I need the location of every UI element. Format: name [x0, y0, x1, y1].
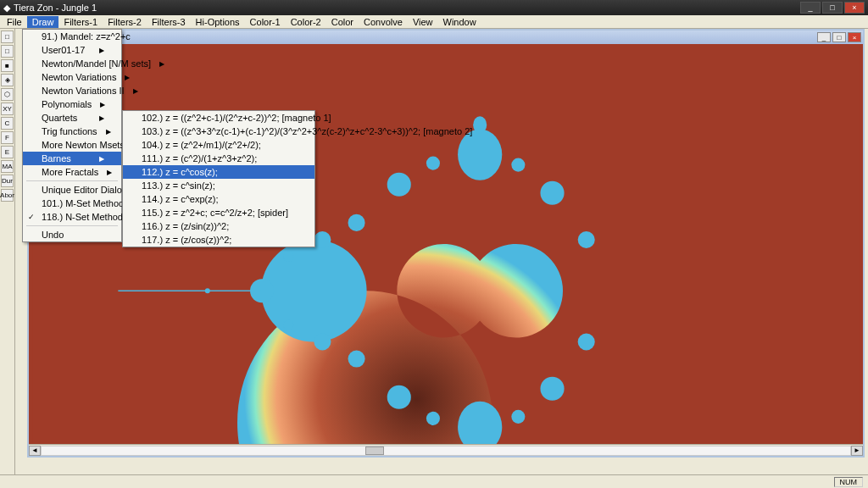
menu-item[interactable]: 111.) z = (c^2)/(1+z^3+z^2);: [123, 152, 314, 165]
menu-view[interactable]: View: [408, 16, 438, 28]
menu-draw[interactable]: Draw: [27, 16, 59, 28]
scroll-right-button[interactable]: ►: [851, 446, 863, 456]
minimize-button[interactable]: _: [800, 2, 821, 14]
svg-point-19: [511, 158, 525, 172]
svg-point-10: [387, 385, 411, 409]
svg-point-13: [348, 214, 365, 231]
svg-point-4: [205, 288, 210, 293]
menu-item[interactable]: 114.) z = c^exp(z);: [123, 192, 314, 206]
svg-point-11: [540, 181, 564, 205]
menu-item[interactable]: Newton Variations▶: [23, 70, 121, 84]
menu-item[interactable]: Trig functions▶: [23, 125, 121, 138]
tool-button[interactable]: □: [1, 30, 14, 43]
statusbar: NUM: [0, 474, 868, 488]
menu-item[interactable]: Barnes▶: [23, 152, 121, 165]
svg-point-22: [314, 333, 331, 350]
menu-filters-1[interactable]: Filters-1: [58, 16, 103, 28]
mdi-area: _ □ ×: [15, 29, 868, 474]
svg-point-21: [314, 231, 331, 248]
close-button[interactable]: ×: [844, 2, 865, 14]
tool-button[interactable]: C: [1, 117, 14, 130]
tool-button[interactable]: ■: [1, 59, 14, 72]
titlebar: ◆ Tiera Zon - Jungle 1 _ □ ×: [0, 0, 868, 15]
menu-item[interactable]: 104.) z = (z^2+/m1)/(z^2+/2);: [123, 138, 314, 152]
scroll-left-button[interactable]: ◄: [29, 446, 41, 456]
menu-window[interactable]: Window: [438, 16, 481, 28]
svg-point-17: [426, 157, 440, 170]
svg-point-15: [578, 231, 595, 248]
menu-item[interactable]: 112.) z = c^cos(z);: [123, 165, 314, 179]
svg-point-5: [458, 129, 502, 180]
menu-item[interactable]: 117.) z = (z/cos(z))^2;: [123, 233, 314, 247]
tool-button[interactable]: Dur: [1, 175, 14, 187]
tool-button[interactable]: ⬡: [1, 88, 14, 101]
menu-filters-2[interactable]: Filters-2: [103, 16, 147, 28]
svg-point-24: [283, 319, 293, 330]
svg-point-12: [540, 377, 564, 401]
menu-item[interactable]: User01-17▶: [23, 43, 121, 57]
menu-item[interactable]: Newton Variations II▶: [23, 84, 121, 97]
menu-file[interactable]: File: [2, 16, 27, 28]
tool-button[interactable]: F: [1, 131, 14, 144]
tool-button[interactable]: MA: [1, 160, 14, 173]
svg-point-14: [348, 351, 365, 368]
menu-item[interactable]: Undo: [23, 228, 121, 241]
menu-color-2[interactable]: Color-2: [286, 16, 326, 28]
scroll-thumb[interactable]: [365, 446, 384, 455]
mdi-maximize-button[interactable]: □: [832, 32, 846, 42]
status-num: NUM: [834, 477, 864, 487]
draw-menu-dropdown: 91.) Mandel: z=z^2+cUser01-17▶Newton/Man…: [22, 29, 122, 242]
menu-convolve[interactable]: Convolve: [359, 16, 408, 28]
menu-color-1[interactable]: Color-1: [245, 16, 286, 28]
tool-button[interactable]: E: [1, 146, 14, 158]
barnes-submenu-dropdown: 102.) z = ((z^2+c-1)/(2^z+c-2))^2; [magn…: [122, 110, 315, 247]
app-icon: ◆: [3, 3, 10, 14]
menu-item[interactable]: More Newton Msets▶: [23, 138, 121, 152]
menu-item[interactable]: 116.) z = (z/sin(z))^2;: [123, 219, 314, 233]
svg-point-18: [426, 412, 440, 425]
svg-point-20: [511, 410, 525, 424]
tool-button[interactable]: □: [1, 45, 14, 58]
maximize-button[interactable]: □: [822, 2, 843, 14]
svg-point-9: [387, 173, 411, 197]
scroll-track[interactable]: [41, 446, 851, 456]
menu-item[interactable]: Polynomials▶: [23, 97, 121, 111]
svg-point-16: [578, 333, 595, 350]
menu-item[interactable]: 103.) z = ((z^3+3^z(c-1)+(c-1)^2)/(3^z^2…: [123, 125, 314, 138]
mdi-minimize-button[interactable]: _: [817, 32, 831, 42]
window-controls: _ □ ×: [800, 2, 865, 14]
mdi-close-button[interactable]: ×: [848, 32, 861, 42]
menu-item[interactable]: More Fractals▶: [23, 165, 121, 179]
mdi-titlebar: _ □ ×: [29, 30, 863, 44]
menu-item[interactable]: 115.) z = z^2+c; c=c^2/z+2; [spider]: [123, 206, 314, 219]
svg-point-1: [261, 240, 367, 342]
menu-item[interactable]: Quartets▶: [23, 111, 121, 125]
tool-button[interactable]: ◈: [1, 74, 14, 86]
menu-item[interactable]: 101.) M-Set Method: [23, 197, 121, 210]
svg-point-7: [473, 116, 487, 133]
menu-item[interactable]: 102.) z = ((z^2+c-1)/(2^z+c-2))^2; [magn…: [123, 111, 314, 125]
horizontal-scrollbar[interactable]: ◄ ►: [29, 444, 863, 456]
menu-item[interactable]: Unique Editor Dialog: [23, 183, 121, 197]
menu-item[interactable]: ✓118.) N-Set Method: [23, 210, 121, 224]
menu-item[interactable]: 91.) Mandel: z=z^2+c: [23, 30, 121, 43]
tool-button[interactable]: XY: [1, 103, 14, 115]
svg-point-23: [283, 252, 293, 262]
menubar: FileDrawFilters-1Filters-2Filters-3Hi-Op…: [0, 15, 868, 29]
menu-filters-3[interactable]: Filters-3: [147, 16, 191, 28]
menu-item[interactable]: Newton/Mandel [N/M sets]▶: [23, 57, 121, 70]
menu-item[interactable]: 113.) z = c^sin(z);: [123, 179, 314, 192]
content-area: □□■◈⬡XYCFEMADurAbor _ □ ×: [0, 29, 868, 474]
vertical-toolbar: □□■◈⬡XYCFEMADurAbor: [0, 29, 15, 474]
menu-hi-options[interactable]: Hi-Options: [191, 16, 245, 28]
window-title: Tiera Zon - Jungle 1: [14, 3, 97, 13]
tool-button[interactable]: Abor: [1, 189, 14, 202]
menu-color[interactable]: Color: [326, 16, 359, 28]
